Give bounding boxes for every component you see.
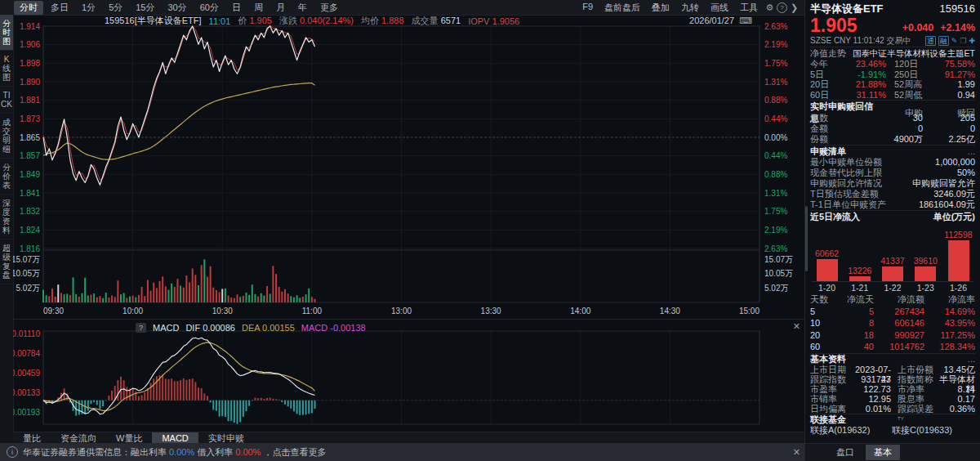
svg-text:2.19%: 2.19% xyxy=(764,226,787,235)
toolbar-item-5[interactable]: 工具 xyxy=(735,1,763,15)
period-tab-1[interactable]: 多日 xyxy=(45,1,74,15)
svg-text:0.44%: 0.44% xyxy=(764,151,787,160)
period-tab-9[interactable]: 月 xyxy=(270,1,291,15)
legend-change: 0.040(2.14%) xyxy=(300,16,354,25)
edit-icon[interactable]: ✎ xyxy=(951,37,958,45)
svg-text:1.865: 1.865 xyxy=(20,133,40,142)
linked-fund-c[interactable]: 联接C(019633) xyxy=(892,425,952,436)
toolbar-item-3[interactable]: 九转 xyxy=(676,1,704,15)
svg-text:1.898: 1.898 xyxy=(20,59,40,68)
period-tab-8[interactable]: 周 xyxy=(248,1,269,15)
top-toolbar: 分时多日1分5分15分30分60分日周月年更多 F9盘前盘后叠加九转画线工具 ⚙… xyxy=(0,0,804,16)
indicator-tab-4[interactable]: 实时申赎 xyxy=(198,432,254,444)
chevron-right-icon[interactable]: ❯ xyxy=(789,2,800,13)
gear-icon[interactable]: ⚙ xyxy=(764,2,775,13)
indicator-tab-1[interactable]: 资金流向 xyxy=(51,432,106,444)
svg-text:1.890: 1.890 xyxy=(20,78,40,87)
status-borrow-label: 借入利率 xyxy=(197,446,233,459)
macd-panel[interactable]: 0.011100.007840.004590.00133-0.00193 ? M… xyxy=(13,319,804,432)
panel-scrollbar[interactable] xyxy=(805,206,808,271)
badge-rong: 融 xyxy=(938,36,949,46)
flow-table: 5526743414.69%10860614643.95%20189909271… xyxy=(810,306,975,353)
flow-rate: 128.34% xyxy=(924,341,975,353)
svg-text:10.05万: 10.05万 xyxy=(13,269,40,278)
inflow-value-label: 41337 xyxy=(880,256,904,266)
flow-rate: 117.25% xyxy=(924,329,975,342)
intraday-chart-panel[interactable]: 1.9142.63%1.9062.19%1.8981.75%1.8901.31%… xyxy=(13,15,804,319)
inflow-bar xyxy=(882,266,903,281)
basic-info-header[interactable]: 基本资料 ... xyxy=(810,353,975,365)
perf-value: 23.46% xyxy=(840,59,886,69)
sidebar-item-5[interactable]: 深度资料 xyxy=(0,195,13,239)
sub-label: 笔数 xyxy=(810,113,875,123)
perf-value: -1.91% xyxy=(840,69,886,80)
period-tab-3[interactable]: 5分 xyxy=(103,1,128,15)
sidebar-item-6[interactable]: 超级复盘 xyxy=(0,239,13,284)
toolbar-item-1[interactable]: 盘前盘后 xyxy=(599,1,645,15)
sidebar-item-1[interactable]: K线图 xyxy=(0,51,13,87)
period-tab-7[interactable]: 日 xyxy=(226,1,247,15)
keyboard-icon[interactable]: ⌨ xyxy=(739,16,752,26)
period-tab-4[interactable]: 15分 xyxy=(130,1,160,15)
toolbar-item-4[interactable]: 画线 xyxy=(706,1,733,15)
period-tab-10[interactable]: 年 xyxy=(292,1,313,15)
flow-row: 10860614643.95% xyxy=(810,317,975,329)
badge-tong: 通 xyxy=(925,36,936,46)
perf-label: 60日 xyxy=(810,90,840,101)
quote-tab-1[interactable]: 基本 xyxy=(866,445,900,460)
indicator-tab-2[interactable]: W量比 xyxy=(106,432,152,444)
period-tab-11[interactable]: 更多 xyxy=(314,1,344,15)
period-tab-6[interactable]: 60分 xyxy=(194,1,225,15)
sub-purchase-value: 30 xyxy=(875,113,923,123)
perf-label: 20日 xyxy=(810,79,840,90)
basic-label2: 股息率 xyxy=(891,394,935,404)
macd-chart[interactable]: 0.011100.007840.004590.00133-0.00193 xyxy=(13,320,804,432)
add-icon[interactable]: ✚ xyxy=(969,37,975,45)
indicator-tab-0[interactable]: 量比 xyxy=(13,432,51,444)
macd-help-icon[interactable]: ? xyxy=(136,323,146,333)
sidebar-item-2[interactable]: TICK xyxy=(0,87,13,114)
svg-text:10:30: 10:30 xyxy=(212,307,233,316)
help-icon[interactable]: ? xyxy=(777,2,787,13)
period-tab-5[interactable]: 30分 xyxy=(163,1,193,15)
inflow-bar xyxy=(849,276,871,281)
sidebar-item-3[interactable]: 成交明细 xyxy=(0,114,13,159)
inflow-date-label: 1-26 xyxy=(943,282,973,293)
indicator-tab-3[interactable]: MACD xyxy=(152,432,198,444)
exchange-status: SZSE CNY 11:01:42 交易中 xyxy=(810,35,911,47)
toolbar-item-0[interactable]: F9 xyxy=(577,1,598,15)
sidebar-item-4[interactable]: 分价表 xyxy=(0,159,13,195)
intraday-chart[interactable]: 1.9142.63%1.9062.19%1.8981.75%1.8901.31%… xyxy=(13,15,804,319)
status-prefix: 华泰证券融券通供需信息： xyxy=(23,446,131,459)
perf-label2: 52周低 xyxy=(886,90,929,101)
chart-legend: 159516[半导体设备ETF] 11:01 价 1.905 涨跌 0.040(… xyxy=(105,16,804,26)
legend-code: 159516[半导体设备ETF] xyxy=(105,15,202,27)
chart-date: 2026/01/27 xyxy=(689,16,734,26)
inflow-date-label: 1-22 xyxy=(878,282,908,293)
basic-row: 跟踪指数931743指数简称半导体材料 xyxy=(810,374,975,384)
quote-tab-0[interactable]: 盘口 xyxy=(828,445,862,460)
window-icon[interactable]: ❐ xyxy=(960,37,966,45)
basic-row: 日均偏离TY0.01%跟踪误差TY0.36% xyxy=(810,404,975,414)
macd-close-icon[interactable]: ✕ xyxy=(793,321,800,332)
period-tab-2[interactable]: 1分 xyxy=(76,1,101,15)
basic-value2: 8.14 xyxy=(935,384,975,394)
flow-days: 10 xyxy=(810,317,838,329)
status-close-icon[interactable]: ✕ xyxy=(793,447,800,458)
svg-text:5.02万: 5.02万 xyxy=(764,284,788,293)
redemption-value: 申购赎回皆允许 xyxy=(882,178,975,189)
svg-text:15:00: 15:00 xyxy=(739,307,760,316)
redemption-section-header[interactable]: 申赎清单 ... xyxy=(810,145,975,157)
macd-legend: ? MACD DIF 0.00086 DEA 0.00155 MACD -0.0… xyxy=(136,322,366,333)
sidebar-item-0[interactable]: 分时图 xyxy=(0,15,13,51)
period-tab-0[interactable]: 分时 xyxy=(14,1,43,15)
toolbar-item-2[interactable]: 叠加 xyxy=(647,1,675,15)
basic-value: 0.01% xyxy=(851,404,891,426)
inflow-bar xyxy=(948,240,969,281)
sub-label: 份额 xyxy=(810,134,875,145)
linked-fund-a[interactable]: 联接A(019632) xyxy=(810,425,870,436)
trading-terminal: 分时多日1分5分15分30分60分日周月年更多 F9盘前盘后叠加九转画线工具 ⚙… xyxy=(0,0,980,461)
status-bar[interactable]: i 华泰证券融券通供需信息： 融出利率 0.00% 借入利率 0.00% ，点击… xyxy=(0,443,807,461)
macd-title: MACD xyxy=(153,323,179,333)
status-loanout-label: 融出利率 xyxy=(131,446,167,459)
